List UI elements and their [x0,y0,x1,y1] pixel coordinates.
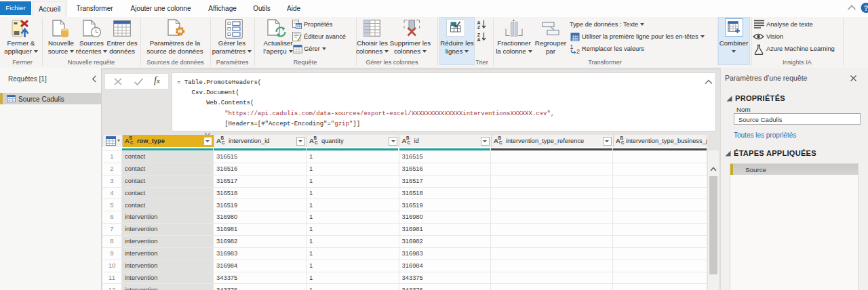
svg-text:A: A [477,20,480,25]
svg-text:2: 2 [576,48,580,54]
svg-text:Z: Z [477,33,481,37]
svg-text:?: ? [864,4,868,12]
svg-text:A: A [477,37,480,42]
svg-text:Z: Z [477,25,481,30]
